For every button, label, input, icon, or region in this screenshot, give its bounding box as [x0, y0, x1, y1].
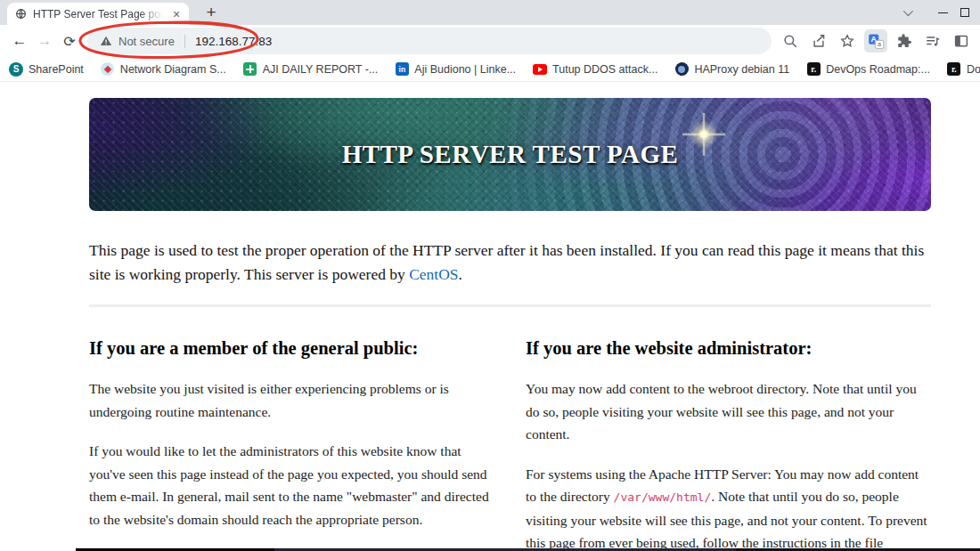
- page-title: HTTP SERVER TEST PAGE: [89, 98, 931, 211]
- paragraph: The website you just visited is either e…: [89, 377, 501, 423]
- bookmark-haproxy[interactable]: HAProxy debian 11: [674, 62, 789, 77]
- roadmap-icon: r.: [806, 62, 821, 77]
- minimize-button[interactable]: [925, 0, 960, 25]
- forward-button[interactable]: →: [32, 28, 57, 53]
- tab-close-icon[interactable]: ×: [169, 7, 184, 21]
- reload-button[interactable]: ⟳: [57, 28, 82, 53]
- side-panel-icon[interactable]: [950, 29, 973, 53]
- general-public-column: If you are a member of the general publi…: [89, 314, 501, 551]
- section-divider: [89, 304, 931, 307]
- network-diagram-icon: [101, 62, 115, 77]
- website-administrator-column: If you are the website administrator: Yo…: [526, 314, 931, 551]
- search-icon[interactable]: [779, 29, 802, 53]
- toolbar-actions: A a: [779, 29, 973, 53]
- banner-image: HTTP SERVER TEST PAGE: [89, 98, 931, 211]
- bookmark-star-icon[interactable]: [836, 29, 859, 53]
- security-status-label[interactable]: Not secure: [118, 35, 175, 48]
- sharepoint-icon: S: [9, 62, 23, 77]
- bookmark-youtube[interactable]: Tutup DDOS attack...: [533, 62, 657, 77]
- browser-toolbar: ← → ⟳ Not secure 192.168.77.83: [0, 25, 980, 57]
- webpage-content: HTTP SERVER TEST PAGE This page is used …: [0, 82, 980, 551]
- address-bar[interactable]: Not secure 192.168.77.83: [87, 28, 772, 54]
- url-text: 192.168.77.83: [195, 35, 272, 48]
- omnibox-divider: [184, 35, 185, 48]
- two-column-section: If you are a member of the general publi…: [89, 314, 931, 551]
- bookmark-aji-daily-report[interactable]: AJI DAILY REPORT -...: [243, 62, 379, 77]
- bookmark-network-diagram[interactable]: Network Diagram S...: [101, 62, 226, 77]
- website-administrator-heading: If you are the website administrator:: [526, 338, 931, 359]
- new-tab-button[interactable]: +: [200, 1, 223, 24]
- bookmarks-bar: S SharePoint Network Diagram S... AJI DA…: [0, 57, 980, 82]
- intro-paragraph: This page is used to test the proper ope…: [89, 239, 931, 286]
- general-public-heading: If you are a member of the general publi…: [89, 338, 501, 359]
- extensions-puzzle-icon[interactable]: [893, 29, 916, 53]
- roadmap-icon: r.: [947, 62, 961, 77]
- google-translate-icon[interactable]: A a: [864, 29, 887, 53]
- tab-title: HTTP Server Test Page powered: [33, 8, 163, 20]
- bookmark-sharepoint[interactable]: S SharePoint: [9, 62, 84, 77]
- paragraph: If you would like to let the administrat…: [89, 440, 501, 531]
- linkedin-icon: in: [395, 62, 409, 77]
- bookmark-linkedin[interactable]: in Aji Budiono | Linke...: [395, 62, 516, 77]
- media-queue-icon[interactable]: [921, 29, 944, 53]
- sheets-icon: [243, 62, 257, 77]
- bookmark-docker-roadmap[interactable]: r. Docker Roadmap -...: [947, 62, 980, 77]
- globe-favicon-icon: [15, 8, 27, 20]
- paragraph: For systems using the Apache HTTP Server…: [526, 463, 931, 551]
- svg-text:a: a: [878, 41, 881, 48]
- centos-link[interactable]: CentOS: [409, 265, 458, 283]
- browser-window: HTTP Server Test Page powered × + ← → ⟳ …: [0, 0, 980, 551]
- share-icon[interactable]: [807, 29, 830, 53]
- maximize-button[interactable]: [960, 0, 980, 25]
- haproxy-icon: [674, 62, 689, 77]
- tab-http-server-test-page[interactable]: HTTP Server Test Page powered ×: [7, 3, 189, 25]
- youtube-icon: [533, 62, 547, 77]
- back-button[interactable]: ←: [7, 28, 32, 53]
- not-secure-warning-icon: [100, 35, 112, 47]
- paragraph: You may now add content to the webroot d…: [526, 377, 931, 446]
- tab-strip: HTTP Server Test Page powered × +: [0, 0, 980, 25]
- bookmark-devops-roadmap[interactable]: r. DevOps Roadmap:...: [806, 62, 930, 77]
- tab-search-chevron-icon[interactable]: [889, 0, 925, 25]
- window-controls: [889, 0, 980, 25]
